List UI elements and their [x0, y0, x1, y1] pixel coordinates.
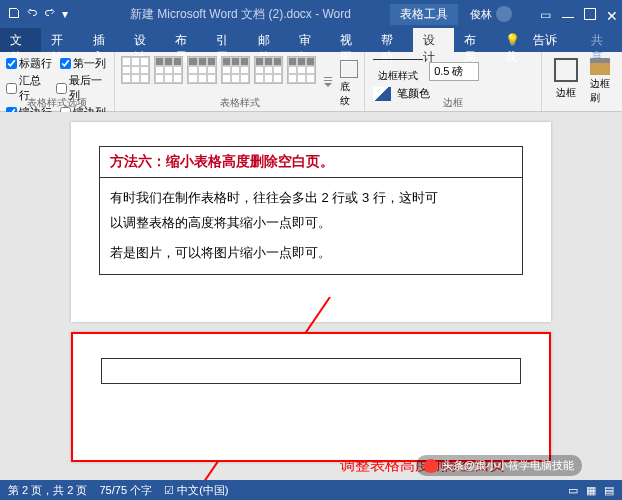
tab-view[interactable]: 视图	[330, 28, 371, 52]
table-style-4[interactable]	[221, 56, 250, 84]
border-painter-button[interactable]: 边框刷	[584, 54, 616, 109]
content-table[interactable]: 方法六：缩小表格高度删除空白页。 有时我们在制作表格时，往往会多出 2 行或 3…	[99, 146, 523, 275]
minimize-icon[interactable]	[562, 17, 574, 18]
ribbon-options-icon[interactable]: ▭	[540, 8, 552, 20]
title-bar: ▾ 新建 Microsoft Word 文档 (2).docx - Word 表…	[0, 0, 622, 28]
tab-table-design[interactable]: 设计	[413, 28, 454, 52]
tab-mailings[interactable]: 邮件	[248, 28, 289, 52]
chk-header-row[interactable]: 标题行	[6, 56, 52, 71]
menu-bar: 文件 开始 插入 设计 布局 引用 邮件 审阅 视图 帮助 设计 布局 💡 告诉…	[0, 28, 622, 52]
view-print-icon[interactable]: ▦	[586, 484, 596, 497]
tab-insert[interactable]: 插入	[83, 28, 124, 52]
border-sample-icon	[373, 59, 423, 69]
document-area[interactable]: 方法六：缩小表格高度删除空白页。 有时我们在制作表格时，往往会多出 2 行或 3…	[0, 112, 622, 480]
table-header-cell[interactable]: 方法六：缩小表格高度删除空白页。	[100, 147, 522, 178]
user-avatar-icon	[496, 6, 512, 22]
table-style-3[interactable]	[187, 56, 216, 84]
word-count[interactable]: 75/75 个字	[99, 483, 152, 498]
table-style-5[interactable]	[254, 56, 283, 84]
table-style-2[interactable]	[154, 56, 183, 84]
document-title: 新建 Microsoft Word 文档 (2).docx - Word	[130, 6, 351, 23]
status-bar: 第 2 页，共 2 页 75/75 个字 ☑ 中文(中国) ▭ ▦ ▤	[0, 480, 622, 500]
bucket-icon	[340, 60, 358, 78]
group-style-options: 标题行 第一列 汇总行 最后一列 镶边行 镶边列 表格样式选项	[0, 52, 115, 111]
border-width-select[interactable]: 0.5 磅	[429, 62, 479, 81]
maximize-icon[interactable]	[584, 8, 596, 20]
tab-review[interactable]: 审阅	[289, 28, 330, 52]
tab-design[interactable]: 设计	[124, 28, 165, 52]
user-account[interactable]: 俊林	[470, 6, 512, 22]
tab-layout[interactable]: 布局	[165, 28, 206, 52]
page-2	[71, 332, 551, 462]
border-style-button[interactable]: 边框样式	[373, 59, 423, 83]
watermark-icon	[424, 459, 438, 473]
watermark: 头条@跟小小筱学电脑技能	[416, 455, 582, 476]
borders-button[interactable]: 边框	[548, 54, 584, 109]
page-indicator[interactable]: 第 2 页，共 2 页	[8, 483, 87, 498]
language-indicator[interactable]: ☑ 中文(中国)	[164, 483, 228, 498]
table-body-cell[interactable]: 有时我们在制作表格时，往往会多出 2 行或 3 行，这时可 以调整表格的高度将其…	[100, 178, 522, 274]
chk-first-col[interactable]: 第一列	[60, 56, 106, 71]
group-borders: 边框样式 0.5 磅 笔颜色 边框	[365, 52, 542, 111]
tab-references[interactable]: 引用	[206, 28, 247, 52]
view-web-icon[interactable]: ▤	[604, 484, 614, 497]
group-table-styles: 底纹 表格样式	[115, 52, 365, 111]
tell-me[interactable]: 💡 告诉我	[495, 28, 581, 52]
table-style-6[interactable]	[287, 56, 316, 84]
empty-table[interactable]	[101, 358, 521, 384]
page-1: 方法六：缩小表格高度删除空白页。 有时我们在制作表格时，往往会多出 2 行或 3…	[71, 122, 551, 322]
tab-file[interactable]: 文件	[0, 28, 41, 52]
table-tools-label: 表格工具	[390, 4, 458, 25]
view-read-icon[interactable]: ▭	[568, 484, 578, 497]
painter-icon	[590, 58, 610, 75]
tab-help[interactable]: 帮助	[371, 28, 412, 52]
tab-home[interactable]: 开始	[41, 28, 82, 52]
table-style-1[interactable]	[121, 56, 150, 84]
tab-table-layout[interactable]: 布局	[454, 28, 495, 52]
group-border-buttons: 边框 边框刷	[542, 52, 622, 111]
save-icon[interactable]	[8, 7, 20, 22]
border-icon	[554, 58, 578, 82]
ribbon: 标题行 第一列 汇总行 最后一列 镶边行 镶边列 表格样式选项 底纹 表格样式	[0, 52, 622, 112]
undo-icon[interactable]	[26, 7, 38, 22]
redo-icon[interactable]	[44, 7, 56, 22]
qat-dropdown-icon[interactable]: ▾	[62, 7, 68, 21]
share-button[interactable]: 共享	[581, 28, 622, 52]
close-icon[interactable]: ✕	[606, 8, 618, 20]
